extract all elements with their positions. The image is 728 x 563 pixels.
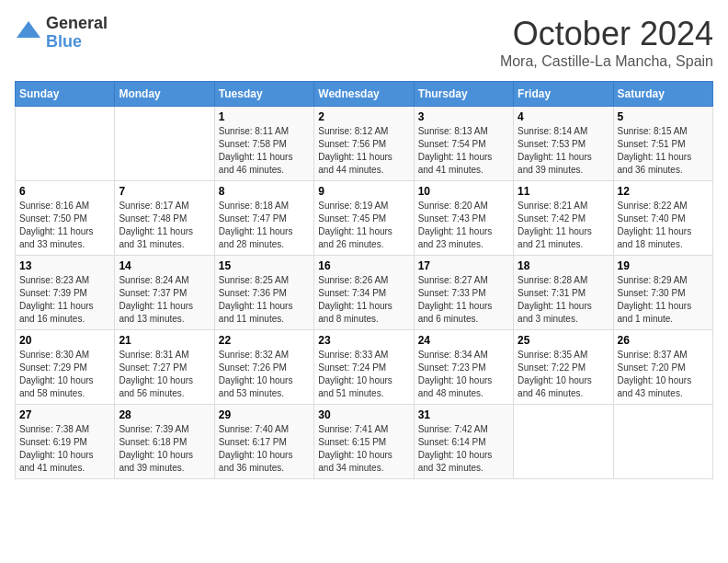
day-info: Sunrise: 8:25 AMSunset: 7:36 PMDaylight:…: [219, 274, 310, 326]
day-number: 24: [418, 334, 509, 347]
calendar-cell: 6Sunrise: 8:16 AMSunset: 7:50 PMDaylight…: [16, 181, 115, 256]
calendar-week-1: 6Sunrise: 8:16 AMSunset: 7:50 PMDaylight…: [16, 181, 713, 256]
day-info: Sunrise: 8:30 AMSunset: 7:29 PMDaylight:…: [19, 349, 110, 400]
calendar-cell: 29Sunrise: 7:40 AMSunset: 6:17 PMDayligh…: [214, 405, 313, 479]
day-info: Sunrise: 8:35 AMSunset: 7:22 PMDaylight:…: [518, 349, 609, 400]
day-info: Sunrise: 8:18 AMSunset: 7:47 PMDaylight:…: [219, 200, 310, 251]
day-number: 15: [219, 259, 310, 272]
calendar-cell: 11Sunrise: 8:21 AMSunset: 7:42 PMDayligh…: [514, 181, 613, 256]
day-info: Sunrise: 8:17 AMSunset: 7:48 PMDaylight:…: [119, 200, 210, 251]
day-info: Sunrise: 8:22 AMSunset: 7:40 PMDaylight:…: [618, 200, 709, 251]
calendar-week-2: 13Sunrise: 8:23 AMSunset: 7:39 PMDayligh…: [16, 256, 713, 330]
day-number: 13: [19, 259, 110, 272]
calendar-cell: 2Sunrise: 8:12 AMSunset: 7:56 PMDaylight…: [314, 107, 414, 181]
calendar-cell: 23Sunrise: 8:33 AMSunset: 7:24 PMDayligh…: [314, 330, 414, 405]
weekday-header-wednesday: Wednesday: [314, 82, 414, 107]
weekday-header-saturday: Saturday: [613, 82, 712, 107]
day-number: 11: [518, 185, 609, 198]
calendar-cell: 10Sunrise: 8:20 AMSunset: 7:43 PMDayligh…: [414, 181, 513, 256]
calendar-week-0: 1Sunrise: 8:11 AMSunset: 7:58 PMDaylight…: [16, 107, 713, 181]
calendar-cell: [514, 405, 613, 479]
day-info: Sunrise: 8:11 AMSunset: 7:58 PMDaylight:…: [219, 125, 310, 177]
day-info: Sunrise: 8:21 AMSunset: 7:42 PMDaylight:…: [518, 200, 609, 251]
calendar-cell: 27Sunrise: 7:38 AMSunset: 6:19 PMDayligh…: [16, 405, 115, 479]
day-info: Sunrise: 8:14 AMSunset: 7:53 PMDaylight:…: [518, 125, 609, 177]
calendar-header: SundayMondayTuesdayWednesdayThursdayFrid…: [16, 82, 713, 107]
day-info: Sunrise: 7:41 AMSunset: 6:15 PMDaylight:…: [318, 423, 409, 475]
logo-icon: [15, 19, 42, 47]
day-number: 26: [618, 334, 709, 347]
day-info: Sunrise: 8:31 AMSunset: 7:27 PMDaylight:…: [119, 349, 210, 400]
day-number: 8: [219, 185, 310, 198]
day-info: Sunrise: 8:37 AMSunset: 7:20 PMDaylight:…: [618, 349, 709, 400]
day-info: Sunrise: 7:40 AMSunset: 6:17 PMDaylight:…: [219, 423, 310, 475]
day-number: 25: [518, 334, 609, 347]
calendar-cell: 24Sunrise: 8:34 AMSunset: 7:23 PMDayligh…: [414, 330, 513, 405]
day-info: Sunrise: 8:20 AMSunset: 7:43 PMDaylight:…: [418, 200, 509, 251]
day-number: 19: [618, 259, 709, 272]
weekday-header-monday: Monday: [115, 82, 214, 107]
day-info: Sunrise: 8:19 AMSunset: 7:45 PMDaylight:…: [318, 200, 409, 251]
day-number: 10: [418, 185, 509, 198]
weekday-row: SundayMondayTuesdayWednesdayThursdayFrid…: [16, 82, 713, 107]
day-number: 28: [119, 408, 210, 421]
day-info: Sunrise: 8:16 AMSunset: 7:50 PMDaylight:…: [19, 200, 110, 251]
calendar-cell: [16, 107, 115, 181]
calendar-cell: 22Sunrise: 8:32 AMSunset: 7:26 PMDayligh…: [214, 330, 313, 405]
day-number: 9: [318, 185, 409, 198]
calendar-table: SundayMondayTuesdayWednesdayThursdayFrid…: [15, 81, 713, 479]
day-number: 27: [19, 408, 110, 421]
calendar-cell: 26Sunrise: 8:37 AMSunset: 7:20 PMDayligh…: [613, 330, 712, 405]
calendar-body: 1Sunrise: 8:11 AMSunset: 7:58 PMDaylight…: [16, 107, 713, 479]
logo-general: General: [46, 15, 108, 33]
calendar-cell: 28Sunrise: 7:39 AMSunset: 6:18 PMDayligh…: [115, 405, 214, 479]
day-number: 31: [418, 408, 509, 421]
logo: General Blue: [15, 15, 108, 52]
location: Mora, Castille-La Mancha, Spain: [500, 53, 713, 70]
page-header: General Blue October 2024 Mora, Castille…: [15, 15, 713, 70]
day-info: Sunrise: 7:42 AMSunset: 6:14 PMDaylight:…: [418, 423, 509, 475]
day-number: 4: [518, 110, 609, 123]
calendar-cell: 20Sunrise: 8:30 AMSunset: 7:29 PMDayligh…: [16, 330, 115, 405]
calendar-cell: 31Sunrise: 7:42 AMSunset: 6:14 PMDayligh…: [414, 405, 513, 479]
day-number: 14: [119, 259, 210, 272]
calendar-cell: 3Sunrise: 8:13 AMSunset: 7:54 PMDaylight…: [414, 107, 513, 181]
day-info: Sunrise: 8:28 AMSunset: 7:31 PMDaylight:…: [518, 274, 609, 326]
day-number: 22: [219, 334, 310, 347]
calendar-cell: 25Sunrise: 8:35 AMSunset: 7:22 PMDayligh…: [514, 330, 613, 405]
calendar-cell: 14Sunrise: 8:24 AMSunset: 7:37 PMDayligh…: [115, 256, 214, 330]
weekday-header-friday: Friday: [514, 82, 613, 107]
day-number: 7: [119, 185, 210, 198]
day-info: Sunrise: 8:12 AMSunset: 7:56 PMDaylight:…: [318, 125, 409, 177]
day-number: 1: [219, 110, 310, 123]
day-info: Sunrise: 8:27 AMSunset: 7:33 PMDaylight:…: [418, 274, 509, 326]
weekday-header-sunday: Sunday: [16, 82, 115, 107]
day-number: 21: [119, 334, 210, 347]
day-info: Sunrise: 7:39 AMSunset: 6:18 PMDaylight:…: [119, 423, 210, 475]
day-info: Sunrise: 8:24 AMSunset: 7:37 PMDaylight:…: [119, 274, 210, 326]
day-number: 2: [318, 110, 409, 123]
weekday-header-tuesday: Tuesday: [214, 82, 313, 107]
calendar-cell: 4Sunrise: 8:14 AMSunset: 7:53 PMDaylight…: [514, 107, 613, 181]
calendar-cell: 5Sunrise: 8:15 AMSunset: 7:51 PMDaylight…: [613, 107, 712, 181]
day-info: Sunrise: 8:23 AMSunset: 7:39 PMDaylight:…: [19, 274, 110, 326]
day-info: Sunrise: 8:26 AMSunset: 7:34 PMDaylight:…: [318, 274, 409, 326]
calendar-cell: 12Sunrise: 8:22 AMSunset: 7:40 PMDayligh…: [613, 181, 712, 256]
calendar-cell: 7Sunrise: 8:17 AMSunset: 7:48 PMDaylight…: [115, 181, 214, 256]
day-info: Sunrise: 8:15 AMSunset: 7:51 PMDaylight:…: [618, 125, 709, 177]
day-number: 17: [418, 259, 509, 272]
calendar-cell: 15Sunrise: 8:25 AMSunset: 7:36 PMDayligh…: [214, 256, 313, 330]
weekday-header-thursday: Thursday: [414, 82, 513, 107]
logo-text: General Blue: [46, 15, 108, 52]
day-number: 3: [418, 110, 509, 123]
calendar-cell: 8Sunrise: 8:18 AMSunset: 7:47 PMDaylight…: [214, 181, 313, 256]
calendar-week-4: 27Sunrise: 7:38 AMSunset: 6:19 PMDayligh…: [16, 405, 713, 479]
calendar-cell: 21Sunrise: 8:31 AMSunset: 7:27 PMDayligh…: [115, 330, 214, 405]
calendar-cell: 16Sunrise: 8:26 AMSunset: 7:34 PMDayligh…: [314, 256, 414, 330]
calendar-cell: 9Sunrise: 8:19 AMSunset: 7:45 PMDaylight…: [314, 181, 414, 256]
day-number: 29: [219, 408, 310, 421]
title-section: October 2024 Mora, Castille-La Mancha, S…: [500, 15, 713, 70]
day-info: Sunrise: 8:13 AMSunset: 7:54 PMDaylight:…: [418, 125, 509, 177]
day-number: 6: [19, 185, 110, 198]
day-number: 23: [318, 334, 409, 347]
